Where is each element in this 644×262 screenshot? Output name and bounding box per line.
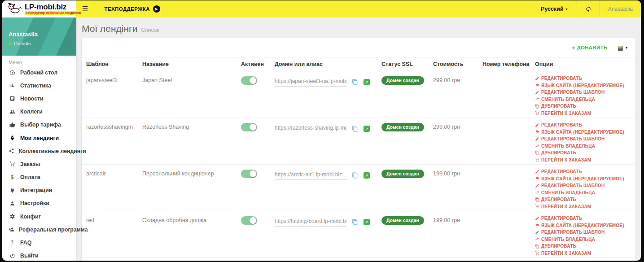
column-header: Стоимость: [429, 57, 478, 71]
domain-input[interactable]: [275, 124, 346, 133]
active-toggle[interactable]: [241, 216, 257, 225]
domain-input[interactable]: [275, 170, 346, 180]
option-change-owner[interactable]: СМЕНИТЬ ВЛАДЕЛЬЦА: [535, 144, 631, 148]
option-edit-template[interactable]: РЕДАКТИРОВАТЬ ШАБЛОН: [535, 183, 631, 188]
sidebar-item-payment[interactable]: $Оплата: [2, 171, 76, 184]
option-change-owner[interactable]: СМЕНИТЬ ВЛАДЕЛЬЦА: [535, 190, 631, 195]
sidebar-item-collective-landings[interactable]: Коллективные лендинги: [2, 144, 76, 157]
plus-icon: +: [571, 44, 575, 51]
option-label: ДУБЛИРОВАТЬ: [541, 150, 576, 155]
sidebar-item-label: Реферальная программа: [19, 227, 88, 233]
option-site-language[interactable]: ЯЗЫК САЙТА (НЕРЕДАКТИРУЕМОЕ): [535, 83, 631, 88]
user-icon: [9, 201, 16, 206]
rocket-icon: [9, 135, 16, 141]
copy-icon: [535, 151, 539, 155]
page-subtitle: Список: [141, 27, 159, 33]
option-duplicate[interactable]: ДУБЛИРОВАТЬ: [535, 244, 631, 249]
option-edit[interactable]: РЕДАКТИРОВАТЬ: [535, 122, 631, 127]
edit-icon: [535, 76, 539, 81]
option-site-language[interactable]: ЯЗЫК САЙТА (НЕРЕДАКТИРУЕМОЕ): [535, 223, 631, 228]
option-label: ДУБЛИРОВАТЬ: [541, 244, 576, 249]
option-go-to-orders[interactable]: ПЕРЕЙТИ К ЗАКАЗАМ: [535, 251, 631, 256]
open-site-icon[interactable]: ↗: [364, 172, 370, 179]
option-label: РЕДАКТИРОВАТЬ ШАБЛОН: [541, 136, 605, 141]
option-go-to-orders[interactable]: ПЕРЕЙТИ К ЗАКАЗАМ: [535, 204, 631, 209]
option-label: РЕДАКТИРОВАТЬ: [541, 122, 582, 127]
option-label: СМЕНИТЬ ВЛАДЕЛЬЦА: [541, 144, 595, 148]
sidebar-item-my-landings[interactable]: Мои лендинги: [2, 131, 76, 144]
layout-toggle-button[interactable]: ▦ ▾: [618, 44, 627, 51]
option-change-owner[interactable]: СМЕНИТЬ ВЛАДЕЛЬЦА: [535, 237, 631, 242]
language-select[interactable]: Русский ▾: [532, 6, 577, 12]
flag-icon: [535, 223, 539, 227]
option-label: СМЕНИТЬ ВЛАДЕЛЬЦА: [541, 237, 595, 242]
edit-icon: [535, 137, 539, 141]
sidebar-item-news[interactable]: Новости: [2, 92, 76, 105]
plug-icon: [9, 188, 16, 193]
sidebar-item-label: Статистика: [20, 83, 51, 89]
open-site-icon[interactable]: ↗: [364, 79, 370, 85]
sidebar-item-config[interactable]: Конфиг: [2, 210, 76, 223]
app-window: LP-mobi.biz Конструктор мобильных лендин…: [2, 0, 641, 261]
account-button[interactable]: Anastasiia: [600, 6, 641, 12]
option-change-owner[interactable]: СМЕНИТЬ ВЛАДЕЛЬЦА: [535, 97, 631, 102]
dashboard-icon: [9, 70, 16, 75]
option-site-language[interactable]: ЯЗЫК САЙТА (НЕРЕДАКТИРУЕМОЕ): [535, 130, 631, 135]
news-icon: [9, 96, 16, 101]
copy-icon: [535, 197, 539, 202]
option-label: ПЕРЕЙТИ К ЗАКАЗАМ: [541, 157, 591, 162]
sidebar-item-referral[interactable]: Реферальная программа: [2, 223, 76, 236]
name-cell: Japan Steel: [142, 77, 172, 83]
cart-icon: [9, 161, 16, 167]
table-header-row: ШаблонНазваниеАктивенДомен или алиасСтат…: [82, 57, 635, 71]
option-go-to-orders[interactable]: ПЕРЕЙТИ К ЗАКАЗАМ: [535, 157, 631, 162]
sidebar-item-dashboard[interactable]: Рабочий стол: [2, 66, 76, 79]
sidebar-item-integrations[interactable]: Интеграции: [2, 184, 76, 197]
option-duplicate[interactable]: ДУБЛИРОВАТЬ: [535, 104, 631, 109]
option-edit-template[interactable]: РЕДАКТИРОВАТЬ ШАБЛОН: [535, 230, 631, 235]
option-edit-template[interactable]: РЕДАКТИРОВАТЬ ШАБЛОН: [535, 136, 631, 141]
logo[interactable]: LP-mobi.biz Конструктор мобильных лендин…: [2, 0, 76, 17]
copy-domain-icon[interactable]: [352, 172, 358, 179]
open-site-icon[interactable]: ↗: [364, 126, 370, 132]
option-edit[interactable]: РЕДАКТИРОВАТЬ: [535, 169, 631, 174]
add-button[interactable]: + ДОБАВИТЬ: [571, 44, 607, 51]
active-toggle[interactable]: [241, 170, 257, 178]
option-edit[interactable]: РЕДАКТИРОВАТЬ: [535, 216, 631, 221]
sidebar-item-colleagues[interactable]: Коллеги: [2, 105, 76, 118]
copy-domain-icon[interactable]: [352, 79, 358, 85]
cart-icon: [535, 157, 539, 162]
caret-down-icon: ▾: [566, 7, 568, 11]
active-toggle[interactable]: [241, 76, 257, 85]
topbar: LP-mobi.biz Конструктор мобильных лендин…: [2, 0, 641, 17]
user-name: Anastasiia: [9, 31, 76, 38]
swap-icon: [535, 190, 539, 195]
table-row: arcticairПерсональний кондиціонер↗Домен …: [82, 165, 635, 211]
telegram-icon: [153, 5, 160, 13]
sidebar-item-label: Коллеги: [20, 109, 43, 115]
option-go-to-orders[interactable]: ПЕРЕЙТИ К ЗАКАЗАМ: [535, 111, 631, 116]
support-label: ТЕХПОДДЕРЖКА: [104, 6, 150, 12]
option-duplicate[interactable]: ДУБЛИРОВАТЬ: [535, 197, 631, 202]
copy-domain-icon[interactable]: [352, 219, 358, 225]
template-cell: arcticair: [86, 170, 106, 177]
active-toggle[interactable]: [241, 123, 257, 131]
copy-domain-icon[interactable]: [352, 126, 358, 132]
sidebar-item-orders[interactable]: Заказы: [2, 157, 76, 170]
option-edit[interactable]: РЕДАКТИРОВАТЬ: [535, 76, 631, 81]
domain-input[interactable]: [275, 217, 346, 227]
open-site-icon[interactable]: ↗: [364, 219, 370, 225]
hamburger-icon[interactable]: ☰: [76, 5, 94, 13]
option-edit-template[interactable]: РЕДАКТИРОВАТЬ ШАБЛОН: [535, 90, 631, 95]
option-site-language[interactable]: ЯЗЫК САЙТА (НЕРЕДАКТИРУЕМОЕ): [535, 176, 631, 181]
support-button[interactable]: ТЕХПОДДЕРЖКА: [94, 5, 170, 13]
refresh-button[interactable]: [577, 6, 600, 12]
domain-input[interactable]: [275, 77, 346, 87]
sidebar-item-statistics[interactable]: Статистика: [2, 79, 76, 92]
sidebar-item-tariff[interactable]: Выбор тарифа: [2, 118, 76, 131]
sidebar: Anastasiia Онлайн Меню Рабочий столСтати…: [2, 17, 76, 261]
sidebar-item-logout[interactable]: Выйти: [2, 249, 76, 261]
option-duplicate[interactable]: ДУБЛИРОВАТЬ: [535, 150, 631, 155]
sidebar-item-faq[interactable]: ?FAQ: [2, 236, 76, 249]
sidebar-item-settings[interactable]: Настройки: [2, 197, 76, 210]
